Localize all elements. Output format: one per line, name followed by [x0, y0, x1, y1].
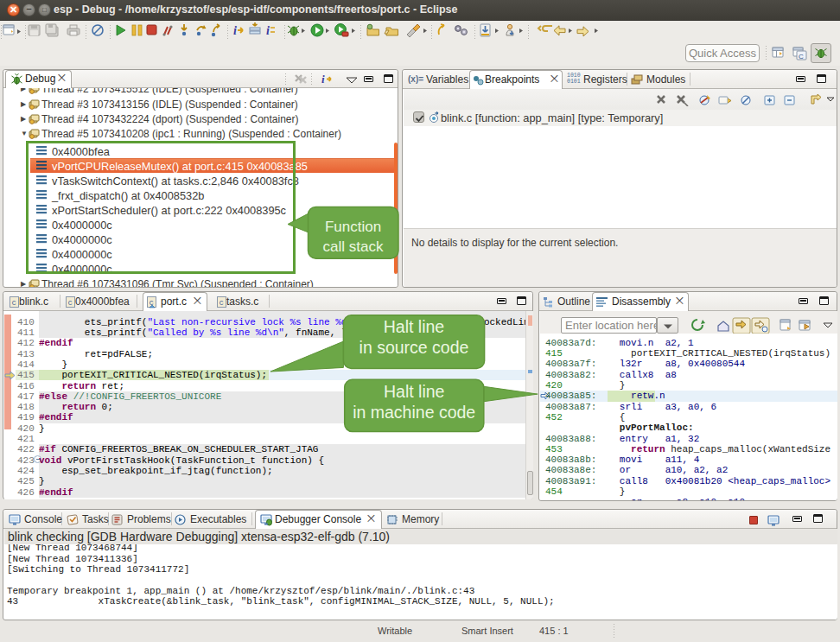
svg-text:Halt line: Halt line	[384, 382, 444, 401]
svg-text:i: i	[321, 73, 325, 85]
svg-text:c: c	[68, 299, 73, 308]
svg-text:c: c	[220, 299, 224, 308]
svg-text:in source code: in source code	[360, 338, 469, 357]
svg-text:i: i	[266, 24, 270, 37]
svg-text:Halt line: Halt line	[384, 317, 444, 336]
svg-text:c: c	[12, 299, 16, 308]
svg-text:call stack: call stack	[323, 238, 384, 255]
svg-text:i: i	[233, 24, 237, 37]
svg-text:Function: Function	[325, 219, 381, 235]
svg-text:C: C	[799, 53, 804, 60]
svg-text:in machine code: in machine code	[353, 403, 475, 422]
